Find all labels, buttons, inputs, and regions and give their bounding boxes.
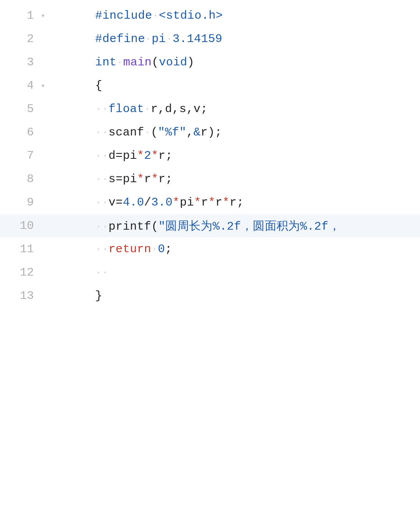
line-number: 9	[0, 196, 41, 209]
fold-toggle-icon[interactable]: ▾	[41, 11, 52, 20]
line-number: 5	[0, 102, 41, 116]
line-number: 4	[0, 79, 41, 92]
line-number: 2	[0, 32, 41, 46]
line-number: 7	[0, 149, 41, 162]
line-number: 6	[0, 126, 41, 139]
line-number: 3	[0, 56, 41, 69]
line-number: 12	[0, 266, 41, 279]
code-content[interactable]: }	[52, 276, 420, 316]
code-line[interactable]: 13 }	[0, 284, 420, 308]
fold-toggle-icon[interactable]: ▾	[41, 81, 52, 90]
brace-close: }	[95, 289, 102, 302]
line-number: 8	[0, 172, 41, 186]
line-number: 1	[0, 9, 41, 22]
line-number: 11	[0, 243, 41, 256]
code-editor[interactable]: 1 ▾ #include·<stdio.h> 2 #define·pi·3.14…	[0, 0, 420, 308]
line-number: 10	[0, 219, 41, 232]
line-number: 13	[0, 289, 41, 302]
